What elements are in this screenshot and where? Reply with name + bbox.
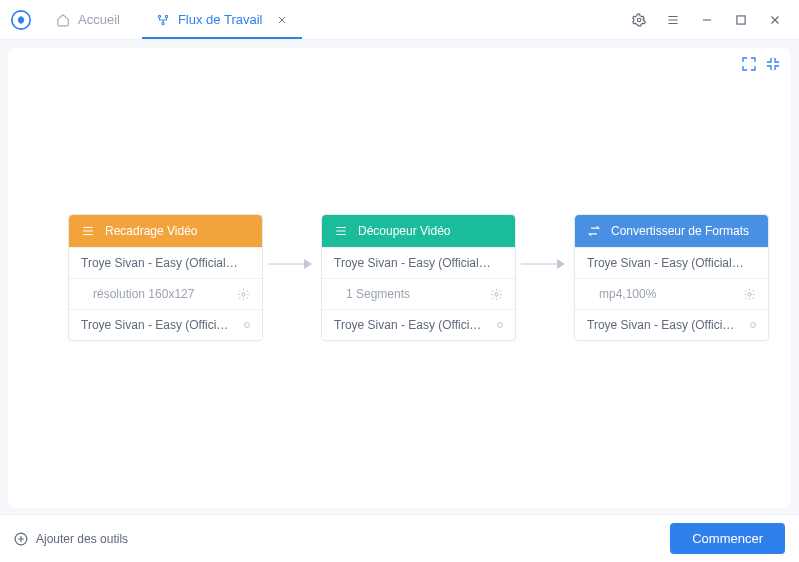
card-output-row: Troye Sivan - Easy (Offici… — [575, 309, 768, 340]
collapse-icon[interactable] — [765, 56, 781, 72]
svg-point-2 — [165, 15, 167, 17]
card-title: Recadrage Vidéo — [105, 224, 198, 238]
tab-workflow[interactable]: Flux de Travail — [138, 0, 307, 39]
card-header: Découpeur Vidéo — [322, 215, 515, 247]
card-output-row: Troye Sivan - Easy (Offici… — [322, 309, 515, 340]
home-icon — [56, 13, 70, 27]
card-title: Convertisseur de Formats — [611, 224, 749, 238]
workflow-card-cut[interactable]: Découpeur Vidéo Troye Sivan - Easy (Offi… — [321, 214, 516, 341]
window-controls — [627, 8, 793, 32]
list-icon — [334, 224, 348, 238]
card-input-row: Troye Sivan - Easy (Official… — [69, 247, 262, 278]
svg-rect-5 — [737, 15, 745, 23]
tab-label: Accueil — [78, 12, 120, 27]
titlebar: Accueil Flux de Travail — [0, 0, 799, 40]
svg-point-4 — [637, 18, 641, 22]
workflow-row: Recadrage Vidéo Troye Sivan - Easy (Offi… — [68, 214, 769, 341]
list-icon — [81, 224, 95, 238]
card-header: Recadrage Vidéo — [69, 215, 262, 247]
card-header: Convertisseur de Formats — [575, 215, 768, 247]
tab-label: Flux de Travail — [178, 12, 263, 27]
card-setting-row: mp4,100% — [575, 278, 768, 309]
footer: Ajouter des outils Commencer — [0, 514, 799, 562]
add-tools-button[interactable]: Ajouter des outils — [14, 532, 128, 546]
output-node[interactable] — [750, 322, 756, 328]
workflow-icon — [156, 13, 170, 27]
card-title: Découpeur Vidéo — [358, 224, 451, 238]
tabbar: Accueil Flux de Travail — [38, 0, 306, 39]
app-logo — [10, 9, 32, 31]
gear-icon[interactable] — [490, 288, 503, 301]
output-node[interactable] — [497, 322, 503, 328]
add-tools-label: Ajouter des outils — [36, 532, 128, 546]
svg-point-8 — [748, 292, 751, 295]
start-button[interactable]: Commencer — [670, 523, 785, 554]
card-setting-row: 1 Segments — [322, 278, 515, 309]
workspace-canvas[interactable]: Recadrage Vidéo Troye Sivan - Easy (Offi… — [8, 48, 791, 508]
expand-icon[interactable] — [741, 56, 757, 72]
output-node[interactable] — [244, 322, 250, 328]
connector-arrow — [268, 255, 312, 273]
tab-home[interactable]: Accueil — [38, 0, 138, 39]
card-setting-row: résolution 160x127 — [69, 278, 262, 309]
workflow-card-convert[interactable]: Convertisseur de Formats Troye Sivan - E… — [574, 214, 769, 341]
gear-icon[interactable] — [237, 288, 250, 301]
gear-icon[interactable] — [743, 288, 756, 301]
svg-point-3 — [162, 22, 164, 24]
svg-point-7 — [495, 292, 498, 295]
menu-button[interactable] — [661, 8, 685, 32]
card-input-row: Troye Sivan - Easy (Official… — [322, 247, 515, 278]
close-button[interactable] — [763, 8, 787, 32]
maximize-button[interactable] — [729, 8, 753, 32]
swap-icon — [587, 224, 601, 238]
svg-point-1 — [158, 15, 160, 17]
card-output-row: Troye Sivan - Easy (Offici… — [69, 309, 262, 340]
workflow-card-crop[interactable]: Recadrage Vidéo Troye Sivan - Easy (Offi… — [68, 214, 263, 341]
close-icon[interactable] — [276, 14, 288, 26]
card-input-row: Troye Sivan - Easy (Official… — [575, 247, 768, 278]
minimize-button[interactable] — [695, 8, 719, 32]
settings-button[interactable] — [627, 8, 651, 32]
connector-arrow — [521, 255, 565, 273]
svg-point-6 — [242, 292, 245, 295]
